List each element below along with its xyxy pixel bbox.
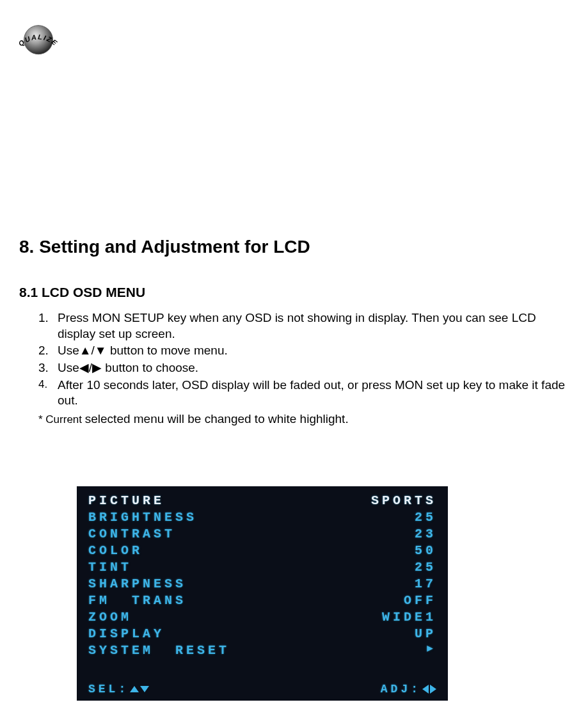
equalizer-badge: EQUALIZER [10,6,67,64]
list-number: 1. [38,310,49,326]
osd-value-arrow-icon: ▶ [427,642,436,659]
osd-row-tint: TINT 25 [88,559,436,576]
osd-label: CONTRAST [88,526,175,543]
osd-label: BRIGHTNESS [88,509,197,526]
osd-label: SHARPNESS [88,576,186,593]
instruction-item-1: 1. Press MON SETUP key when any OSD is n… [38,310,569,342]
osd-value: UP [415,626,436,642]
adj-label: ADJ: [381,683,421,696]
osd-value: 25 [415,559,436,576]
note-rest: selected menu will be changed to white h… [85,412,349,426]
osd-value: 17 [415,576,436,593]
instruction-text: Use◀/▶ button to choose. [58,361,198,374]
osd-label: TINT [88,559,132,576]
osd-value: WIDE1 [382,609,436,626]
osd-label: ZOOM [88,609,132,626]
osd-value: 25 [415,509,436,526]
instructions-block: 1. Press MON SETUP key when any OSD is n… [38,310,569,427]
list-number: 4. [38,378,47,392]
instruction-item-3: 3. Use◀/▶ button to choose. [38,360,569,376]
osd-label: COLOR [88,543,143,559]
osd-screen: PICTURE SPORTS BRIGHTNESS 25 CONTRAST 23… [77,486,448,701]
osd-row-brightness: BRIGHTNESS 25 [88,509,436,526]
osd-value: 23 [415,526,436,543]
osd-row-system-reset: SYSTEM RESET ▶ [88,642,436,659]
triangle-down-icon [140,686,149,692]
osd-rows: PICTURE SPORTS BRIGHTNESS 25 CONTRAST 23… [88,493,436,659]
sel-label: SEL: [88,683,129,696]
instruction-item-4: 4. After 10 seconds later, OSD display w… [38,378,569,409]
osd-label: DISPLAY [88,626,164,642]
instruction-note: * Current selected menu will be changed … [38,411,569,427]
osd-row-sharpness: SHARPNESS 17 [88,576,436,593]
triangle-up-icon [130,686,139,692]
osd-row-contrast: CONTRAST 23 [88,526,436,543]
section-title: 8. Setting and Adjustment for LCD [19,237,310,257]
note-prefix: * Current [38,413,85,426]
instruction-text: Use▲/▼ button to move menu. [58,344,228,357]
osd-label: PICTURE [88,493,164,509]
osd-value: OFF [404,593,436,609]
triangle-right-icon [430,685,436,694]
osd-label: SYSTEM RESET [88,642,230,659]
instruction-text: After 10 seconds later, OSD display will… [58,378,565,408]
osd-row-display: DISPLAY UP [88,626,436,642]
instruction-text: Press MON SETUP key when any OSD is not … [58,311,536,340]
osd-row-picture: PICTURE SPORTS [88,493,436,509]
osd-row-color: COLOR 50 [88,543,436,559]
instruction-item-2: 2. Use▲/▼ button to move menu. [38,343,569,359]
subsection-title: 8.1 LCD OSD MENU [19,285,145,300]
osd-footer-adj: ADJ: [381,683,436,696]
triangle-left-icon [422,685,429,694]
osd-value: SPORTS [371,493,436,509]
osd-footer-sel: SEL: [88,683,149,696]
osd-row-zoom: ZOOM WIDE1 [88,609,436,626]
osd-row-fm-trans: FM TRANS OFF [88,593,436,609]
list-number: 3. [38,360,49,376]
list-number: 2. [38,343,49,359]
osd-footer: SEL: ADJ: [88,683,436,696]
osd-value: 50 [415,543,436,559]
osd-label: FM TRANS [88,593,186,609]
